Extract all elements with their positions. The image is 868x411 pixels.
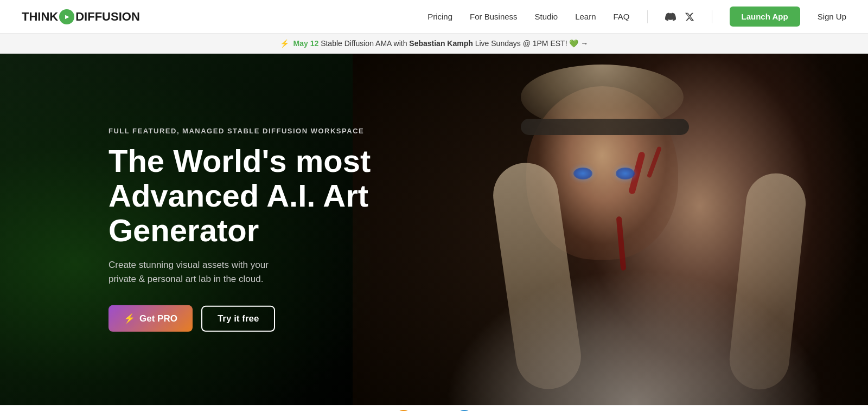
bottom-strip bbox=[0, 405, 868, 411]
nav-divider bbox=[647, 10, 648, 23]
announcement-emoji: 💚 bbox=[569, 39, 578, 48]
announcement-live: Live bbox=[475, 39, 489, 48]
nav-studio[interactable]: Studio bbox=[535, 12, 558, 21]
hero-portrait bbox=[353, 54, 868, 405]
nav-for-business[interactable]: For Business bbox=[470, 12, 518, 21]
discord-icon bbox=[665, 11, 676, 22]
hero-title-line1: The World's most bbox=[108, 143, 371, 178]
hero-title-line3: Generator bbox=[108, 212, 259, 247]
hero-section: FULL FEATURED, MANAGED STABLE DIFFUSION … bbox=[0, 54, 868, 405]
announcement-arrow: → bbox=[580, 39, 588, 48]
discord-icon-button[interactable] bbox=[665, 11, 676, 22]
get-pro-button[interactable]: ⚡ Get PRO bbox=[108, 305, 193, 332]
announcement-text: Stable Diffusion AMA with bbox=[321, 39, 409, 48]
logo-play-icon: ▶ bbox=[65, 14, 69, 20]
announcement-schedule: Sundays @ 1PM EST! bbox=[491, 39, 567, 48]
launch-app-button[interactable]: Launch App bbox=[730, 7, 800, 27]
try-free-button[interactable]: Try it free bbox=[201, 306, 276, 332]
announcement-date: May 12 bbox=[293, 39, 319, 48]
logo-think: THINK bbox=[22, 10, 58, 24]
nav-icons bbox=[665, 11, 694, 22]
nav-divider-2 bbox=[712, 10, 712, 23]
hero-subtitle: Create stunning visual assets with yourp… bbox=[108, 258, 371, 286]
nav-pricing[interactable]: Pricing bbox=[427, 12, 452, 21]
hero-title: The World's most Advanced A.I. Art Gener… bbox=[108, 144, 371, 247]
hero-eyebrow: FULL FEATURED, MANAGED STABLE DIFFUSION … bbox=[108, 127, 371, 135]
nav-learn[interactable]: Learn bbox=[575, 12, 596, 21]
logo-icon: ▶ bbox=[59, 9, 74, 24]
nav-links: Pricing For Business Studio Learn FAQ bbox=[427, 12, 629, 22]
nav-faq[interactable]: FAQ bbox=[614, 12, 630, 21]
pro-label: Get PRO bbox=[139, 313, 177, 324]
x-icon bbox=[685, 12, 694, 22]
announcement-bar[interactable]: ⚡ May 12 Stable Diffusion AMA with Sebas… bbox=[0, 34, 868, 54]
logo[interactable]: THINK ▶ DIFFUSION bbox=[22, 9, 140, 24]
logo-diffusion: DIFFUSION bbox=[75, 10, 140, 24]
hero-buttons: ⚡ Get PRO Try it free bbox=[108, 305, 371, 332]
announcement-link[interactable]: ⚡ May 12 Stable Diffusion AMA with Sebas… bbox=[280, 39, 589, 48]
pro-flash-icon: ⚡ bbox=[124, 313, 135, 324]
hero-content: FULL FEATURED, MANAGED STABLE DIFFUSION … bbox=[108, 127, 371, 332]
navbar: THINK ▶ DIFFUSION Pricing For Business S… bbox=[0, 0, 868, 34]
flash-icon: ⚡ bbox=[280, 39, 289, 48]
hero-title-line2: Advanced A.I. Art bbox=[108, 178, 368, 213]
announcement-name: Sebastian Kamph bbox=[409, 39, 473, 48]
twitter-x-icon-button[interactable] bbox=[685, 12, 694, 22]
signup-button[interactable]: Sign Up bbox=[818, 12, 846, 21]
